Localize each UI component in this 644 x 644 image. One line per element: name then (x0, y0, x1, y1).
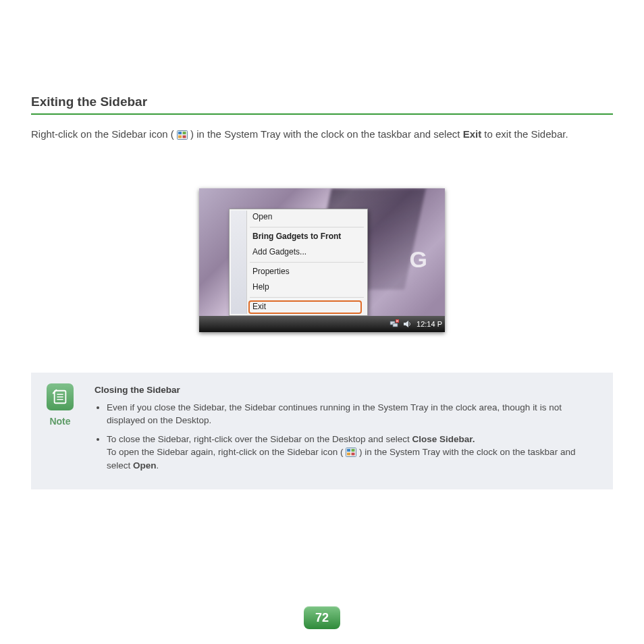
nb2-close-sidebar-bold: Close Sidebar. (412, 434, 475, 444)
note-label: Note (43, 414, 77, 428)
intro-text-3: to exit the Sidebar. (484, 128, 568, 140)
menu-item-open[interactable]: Open (230, 209, 367, 225)
svg-rect-6 (393, 323, 398, 327)
intro-paragraph: Right-click on the Sidebar icon ( ) in t… (31, 127, 613, 141)
svg-rect-4 (182, 136, 186, 138)
note-bullet-1: Even if you close the Sidebar, the Sideb… (107, 401, 601, 427)
menu-item-exit[interactable]: Exit (230, 299, 367, 315)
nb2-line2c: . (157, 460, 159, 471)
tray-network-icon[interactable] (390, 319, 399, 329)
svg-rect-15 (347, 453, 350, 456)
taskbar-clock: 12:14 P (415, 320, 444, 328)
svg-rect-13 (347, 449, 350, 452)
nb2-pre: To close the Sidebar, right-click over t… (107, 434, 412, 444)
intro-text-2: ) in the System Tray with the clock on t… (190, 128, 463, 140)
intro-text-1: Right-click on the Sidebar icon ( (31, 128, 174, 140)
note-title: Closing the Sidebar (95, 383, 601, 397)
intro-exit-bold: Exit (463, 128, 482, 140)
nb2-open-bold: Open (133, 460, 157, 471)
heading-divider (31, 113, 613, 115)
sidebar-tray-icon (346, 448, 356, 457)
menu-item-add-gadgets[interactable]: Add Gadgets... (230, 244, 367, 261)
note-icon (47, 383, 74, 410)
nb2-line2a: To open the Sidebar again, right-click o… (107, 447, 343, 457)
menu-item-bring-to-front[interactable]: Bring Gadgets to Front (230, 229, 367, 245)
svg-rect-3 (178, 136, 182, 138)
svg-rect-2 (182, 132, 186, 134)
page-number-badge: 72 (304, 606, 340, 629)
brand-letter: G (410, 246, 429, 273)
context-menu-screenshot: G Open Bring Gadgets to Front Add Gadget… (199, 188, 445, 332)
tray-volume-icon[interactable] (402, 319, 412, 329)
svg-rect-1 (178, 132, 182, 134)
note-bullet-2: To close the Sidebar, right-click over t… (107, 433, 601, 473)
menu-item-help[interactable]: Help (230, 279, 367, 296)
taskbar: 12:14 P (199, 316, 445, 332)
svg-rect-16 (352, 453, 355, 456)
sidebar-context-menu: Open Bring Gadgets to Front Add Gadgets.… (229, 209, 368, 316)
section-heading: Exiting the Sidebar (31, 95, 613, 109)
menu-item-properties[interactable]: Properties (230, 264, 367, 280)
note-box: Note Closing the Sidebar Even if you clo… (31, 373, 613, 489)
svg-rect-14 (352, 449, 355, 452)
sidebar-tray-icon (177, 129, 188, 138)
